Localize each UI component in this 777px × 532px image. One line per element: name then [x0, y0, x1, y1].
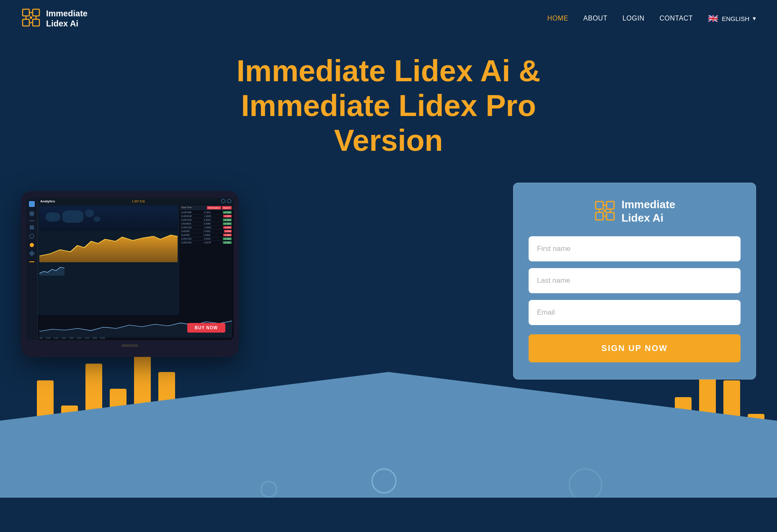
svg-rect-13: [607, 201, 614, 209]
flag-icon: 🇬🇧: [708, 13, 718, 23]
email-input[interactable]: [529, 300, 741, 325]
svg-rect-14: [596, 212, 603, 220]
svg-rect-1: [33, 9, 39, 16]
signup-button[interactable]: SIGN UP NOW: [529, 334, 741, 362]
svg-point-20: [603, 209, 606, 212]
nav-login[interactable]: LOGIN: [622, 15, 644, 22]
form-logo-text: Immediate Lidex Ai: [622, 198, 676, 224]
logo-icon: [21, 8, 41, 29]
form-logo: Immediate Lidex Ai: [529, 198, 741, 224]
nav-links: HOME ABOUT LOGIN CONTACT 🇬🇧 ENGLISH ▾: [547, 13, 756, 23]
buy-now-button[interactable]: BUY NOW: [187, 323, 225, 333]
nav-home[interactable]: HOME: [547, 15, 568, 22]
svg-rect-12: [596, 201, 603, 209]
svg-rect-3: [33, 19, 39, 26]
language-selector[interactable]: 🇬🇧 ENGLISH ▾: [708, 13, 756, 23]
tablet-container: Analytics 1,387.51$: [21, 183, 272, 357]
tablet-screen: Analytics 1,387.51$: [26, 198, 234, 340]
svg-marker-9: [39, 235, 178, 262]
registration-card: Immediate Lidex Ai SIGN UP NOW: [513, 183, 756, 379]
tablet-wrapper: Analytics 1,387.51$: [21, 191, 272, 357]
tablet-home-button: [121, 344, 138, 347]
logo[interactable]: Immediate Lidex Ai: [21, 8, 88, 29]
registration-form-container: Immediate Lidex Ai SIGN UP NOW: [513, 183, 756, 379]
svg-rect-2: [23, 19, 29, 26]
hero-content: Analytics 1,387.51$: [21, 183, 756, 379]
last-name-input[interactable]: [529, 268, 741, 293]
svg-point-8: [30, 16, 32, 19]
nav-about[interactable]: ABOUT: [583, 15, 608, 22]
logo-text: Immediate Lidex Ai: [46, 8, 88, 28]
last-name-field: [529, 268, 741, 293]
chevron-down-icon: ▾: [753, 15, 756, 22]
tablet-body: Analytics 1,387.51$: [21, 191, 239, 357]
hero-section: Immediate Lidex Ai & Immediate Lidex Pro…: [0, 37, 777, 498]
first-name-input[interactable]: [529, 236, 741, 261]
lang-label: ENGLISH: [722, 15, 749, 22]
email-field: [529, 300, 741, 325]
nav-contact[interactable]: CONTACT: [660, 15, 693, 22]
navbar: Immediate Lidex Ai HOME ABOUT LOGIN CONT…: [0, 0, 777, 37]
form-logo-icon: [594, 200, 616, 223]
hero-title: Immediate Lidex Ai & Immediate Lidex Pro…: [200, 54, 577, 158]
svg-rect-0: [23, 9, 29, 16]
svg-rect-15: [607, 212, 614, 220]
first-name-field: [529, 236, 741, 261]
